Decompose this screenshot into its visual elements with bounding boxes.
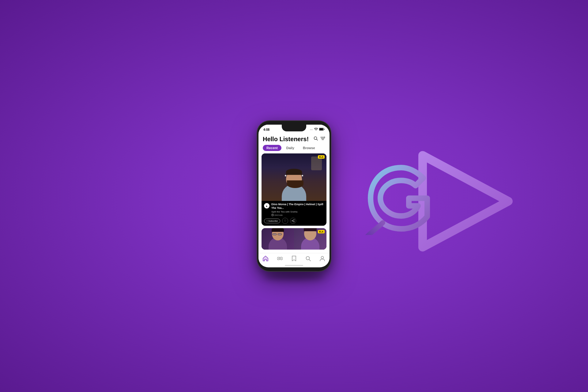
nav-podcast[interactable] <box>274 256 286 262</box>
card-info-1: Dino Morea | The Empire | Helmet | Spill… <box>262 201 326 226</box>
home-indicator <box>285 265 303 266</box>
tab-recent[interactable]: Recent <box>263 145 281 151</box>
bookmark-icon <box>292 256 296 262</box>
content-area: ELA Dino Morea | The Empire | Helmet | S… <box>258 152 330 253</box>
card-actions-1: + Subscribe ♡ <box>264 218 324 224</box>
like-button[interactable]: ♡ <box>282 218 288 224</box>
nav-bookmark[interactable] <box>288 256 300 262</box>
subscribe-button[interactable]: + Subscribe <box>264 219 280 223</box>
search-icon[interactable] <box>314 136 318 141</box>
podcast-card-2[interactable]: ELA <box>262 228 326 250</box>
svg-line-15 <box>292 220 294 221</box>
svg-point-21 <box>321 256 324 259</box>
ela-badge-1: ELA <box>318 155 325 159</box>
svg-point-0 <box>316 130 316 131</box>
svg-rect-3 <box>324 129 325 130</box>
card-title-1: Dino Morea | The Empire | Helmet | Spill… <box>271 203 324 210</box>
svg-line-5 <box>317 139 318 141</box>
filter-icon[interactable] <box>320 136 325 141</box>
phone-shadow <box>263 274 325 280</box>
bottom-nav <box>258 253 330 264</box>
status-time: 4:08 <box>263 128 270 131</box>
phone-shell: 4:08 ··· Hello Listeners! <box>257 121 331 271</box>
app-title: Hello Listeners! <box>263 136 309 142</box>
tab-daily[interactable]: Daily <box>283 145 298 151</box>
decorative-logo <box>404 143 521 261</box>
nav-profile[interactable] <box>316 256 329 262</box>
tab-browse[interactable]: Browse <box>299 145 319 151</box>
play-button-1[interactable] <box>264 203 270 209</box>
podcast-icon <box>277 256 283 262</box>
nav-search[interactable] <box>302 256 314 262</box>
signal-dots-icon: ··· <box>310 128 313 131</box>
podcast-card-1[interactable]: ELA Dino Morea | The Empire | Helmet | S… <box>262 153 326 226</box>
svg-line-20 <box>309 259 311 261</box>
svg-point-19 <box>306 256 309 260</box>
svg-line-16 <box>292 221 294 222</box>
card-thumbnail-2: ELA <box>262 228 326 250</box>
header-icons <box>314 136 325 141</box>
card-thumbnail-1: ELA <box>262 153 326 201</box>
nav-home[interactable] <box>259 256 272 262</box>
search-nav-icon <box>306 256 311 262</box>
phone-screen: 4:08 ··· Hello Listeners! <box>258 125 330 267</box>
svg-point-18 <box>279 258 280 259</box>
profile-icon <box>320 256 325 262</box>
wifi-icon <box>314 128 318 131</box>
app-header: Hello Listeners! <box>258 133 330 144</box>
person-image-1 <box>262 153 326 201</box>
card-duration-1: 24.8 min <box>271 214 324 216</box>
tab-bar: Recent Daily Browse <box>258 144 330 152</box>
svg-rect-2 <box>319 128 323 130</box>
ela-badge-2: ELA <box>318 230 325 233</box>
swirl-g-icon <box>364 161 438 235</box>
status-icons: ··· <box>310 128 325 131</box>
phone-mockup: 4:08 ··· Hello Listeners! <box>257 121 331 271</box>
card-subtitle-1: Spill the Tea with Sneha <box>271 210 324 213</box>
phone-notch <box>282 125 306 131</box>
share-button[interactable] <box>290 218 296 224</box>
home-icon <box>263 256 268 262</box>
battery-icon <box>319 128 325 131</box>
